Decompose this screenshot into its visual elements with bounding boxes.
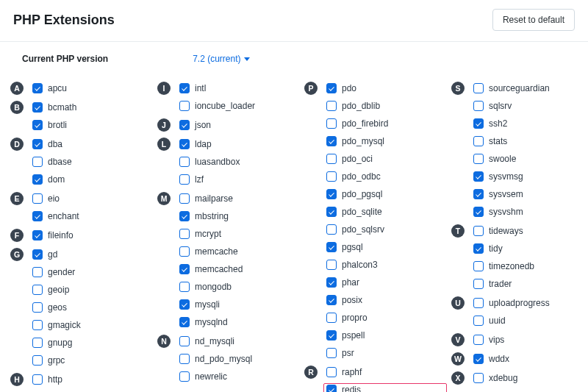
reset-button[interactable]: Reset to default bbox=[492, 9, 575, 31]
extension-row-dom[interactable]: dom bbox=[29, 173, 153, 186]
extension-checkbox-pdo_odbc[interactable] bbox=[326, 171, 337, 182]
extension-row-lzf[interactable]: lzf bbox=[176, 173, 300, 186]
extension-checkbox-http[interactable] bbox=[32, 374, 43, 385]
extension-checkbox-mbstring[interactable] bbox=[179, 211, 190, 221]
extension-checkbox-phar[interactable] bbox=[326, 277, 337, 288]
extension-row-phalcon3[interactable]: phalcon3 bbox=[323, 258, 447, 271]
extension-checkbox-pdo_sqlite[interactable] bbox=[326, 207, 337, 217]
extension-checkbox-bcmath[interactable] bbox=[32, 102, 43, 113]
extension-row-newrelic[interactable]: newrelic bbox=[176, 370, 300, 383]
extension-row-sysvmsg[interactable]: sysvmsg bbox=[470, 170, 588, 183]
extension-checkbox-intl[interactable] bbox=[179, 83, 190, 93]
extension-checkbox-mysqli[interactable] bbox=[179, 299, 190, 310]
extension-checkbox-mysqlnd[interactable] bbox=[179, 317, 190, 327]
extension-row-vips[interactable]: vips bbox=[470, 333, 588, 346]
extension-row-json[interactable]: json bbox=[176, 118, 300, 132]
extension-checkbox-memcached[interactable] bbox=[179, 264, 190, 274]
extension-row-xdebug[interactable]: xdebug bbox=[470, 371, 588, 385]
extension-row-uuid[interactable]: uuid bbox=[470, 314, 588, 327]
extension-row-pdo_sqlite[interactable]: pdo_sqlite bbox=[323, 205, 447, 218]
extension-checkbox-tidy[interactable] bbox=[473, 243, 484, 254]
extension-row-mailparse[interactable]: mailparse bbox=[176, 192, 300, 205]
extension-row-apcu[interactable]: apcu bbox=[29, 82, 153, 95]
extension-row-bcmath[interactable]: bcmath bbox=[29, 101, 153, 114]
extension-checkbox-json[interactable] bbox=[179, 120, 190, 130]
extension-checkbox-gnupg[interactable] bbox=[32, 338, 43, 348]
extension-checkbox-dbase[interactable] bbox=[32, 157, 43, 167]
extension-checkbox-grpc[interactable] bbox=[32, 355, 43, 366]
extension-row-psr[interactable]: psr bbox=[323, 346, 447, 360]
extension-row-sysvsem[interactable]: sysvsem bbox=[470, 188, 588, 201]
extension-checkbox-sysvsem[interactable] bbox=[473, 189, 484, 199]
extension-row-enchant[interactable]: enchant bbox=[29, 210, 153, 223]
extension-checkbox-ldap[interactable] bbox=[179, 139, 190, 149]
extension-checkbox-luasandbox[interactable] bbox=[179, 157, 190, 167]
extension-row-raphf[interactable]: raphf bbox=[323, 366, 447, 379]
extension-checkbox-geos[interactable] bbox=[32, 302, 43, 313]
extension-row-nd_mysqli[interactable]: nd_mysqli bbox=[176, 335, 300, 348]
extension-row-uploadprogress[interactable]: uploadprogress bbox=[470, 296, 588, 310]
extension-row-mysqlnd[interactable]: mysqlnd bbox=[176, 316, 300, 329]
extension-checkbox-pdo[interactable] bbox=[326, 83, 337, 93]
extension-checkbox-posix[interactable] bbox=[326, 295, 337, 305]
extension-checkbox-gender[interactable] bbox=[32, 267, 43, 277]
extension-row-sysvshm[interactable]: sysvshm bbox=[470, 205, 588, 218]
extension-row-pgsql[interactable]: pgsql bbox=[323, 240, 447, 254]
extension-row-tideways[interactable]: tideways bbox=[470, 224, 588, 238]
extension-checkbox-gmagick[interactable] bbox=[32, 320, 43, 330]
extension-row-ioncube_loader[interactable]: ioncube_loader bbox=[176, 99, 300, 113]
extension-checkbox-geoip[interactable] bbox=[32, 285, 43, 295]
extension-row-intl[interactable]: intl bbox=[176, 82, 300, 95]
extension-checkbox-pdo_mysql[interactable] bbox=[326, 136, 337, 146]
extension-checkbox-mailparse[interactable] bbox=[179, 193, 190, 204]
extension-row-brotli[interactable]: brotli bbox=[29, 118, 153, 132]
extension-checkbox-tideways[interactable] bbox=[473, 226, 484, 236]
extension-row-dbase[interactable]: dbase bbox=[29, 155, 153, 168]
extension-row-eio[interactable]: eio bbox=[29, 192, 153, 205]
extension-checkbox-pdo_sqlsrv[interactable] bbox=[326, 224, 337, 235]
extension-checkbox-pdo_pgsql[interactable] bbox=[326, 189, 337, 199]
extension-row-mysqli[interactable]: mysqli bbox=[176, 298, 300, 311]
extension-row-mbstring[interactable]: mbstring bbox=[176, 210, 300, 223]
extension-checkbox-uploadprogress[interactable] bbox=[473, 298, 484, 308]
extension-checkbox-ssh2[interactable] bbox=[473, 118, 484, 129]
extension-checkbox-uuid[interactable] bbox=[473, 316, 484, 326]
extension-row-swoole[interactable]: swoole bbox=[470, 152, 588, 165]
extension-checkbox-wddx[interactable] bbox=[473, 354, 484, 364]
extension-row-redis[interactable]: redis bbox=[323, 383, 447, 392]
extension-checkbox-trader[interactable] bbox=[473, 279, 484, 289]
extension-row-sourceguardian[interactable]: sourceguardian bbox=[470, 82, 588, 95]
extension-checkbox-dom[interactable] bbox=[32, 174, 43, 185]
extension-row-ssh2[interactable]: ssh2 bbox=[470, 117, 588, 130]
extension-row-memcache[interactable]: memcache bbox=[176, 245, 300, 258]
extension-row-phar[interactable]: phar bbox=[323, 276, 447, 289]
version-selector[interactable]: 7.2 (current) bbox=[193, 54, 249, 64]
extension-checkbox-mongodb[interactable] bbox=[179, 282, 190, 292]
extension-checkbox-pgsql[interactable] bbox=[326, 242, 337, 252]
extension-checkbox-nd_pdo_mysql[interactable] bbox=[179, 354, 190, 364]
extension-checkbox-swoole[interactable] bbox=[473, 154, 484, 164]
extension-row-pdo_firebird[interactable]: pdo_firebird bbox=[323, 117, 447, 130]
extension-row-dba[interactable]: dba bbox=[29, 138, 153, 151]
extension-row-pspell[interactable]: pspell bbox=[323, 329, 447, 342]
extension-row-nd_pdo_mysql[interactable]: nd_pdo_mysql bbox=[176, 352, 300, 366]
extension-row-pdo_sqlsrv[interactable]: pdo_sqlsrv bbox=[323, 223, 447, 236]
extension-row-geoip[interactable]: geoip bbox=[29, 283, 153, 296]
extension-row-gnupg[interactable]: gnupg bbox=[29, 336, 153, 349]
extension-checkbox-redis[interactable] bbox=[326, 385, 337, 392]
extension-checkbox-sysvmsg[interactable] bbox=[473, 171, 484, 182]
extension-row-stats[interactable]: stats bbox=[470, 135, 588, 148]
extension-checkbox-lzf[interactable] bbox=[179, 174, 190, 185]
extension-checkbox-fileinfo[interactable] bbox=[32, 230, 43, 240]
extension-row-posix[interactable]: posix bbox=[323, 293, 447, 307]
extension-checkbox-mcrypt[interactable] bbox=[179, 229, 190, 239]
extension-row-gender[interactable]: gender bbox=[29, 266, 153, 279]
extension-checkbox-xdebug[interactable] bbox=[473, 373, 484, 383]
extension-checkbox-stats[interactable] bbox=[473, 136, 484, 146]
extension-checkbox-vips[interactable] bbox=[473, 335, 484, 345]
extension-checkbox-sysvshm[interactable] bbox=[473, 207, 484, 217]
extension-checkbox-memcache[interactable] bbox=[179, 246, 190, 257]
extension-row-memcached[interactable]: memcached bbox=[176, 263, 300, 276]
extension-row-gd[interactable]: gd bbox=[29, 248, 153, 261]
extension-row-gmagick[interactable]: gmagick bbox=[29, 318, 153, 332]
